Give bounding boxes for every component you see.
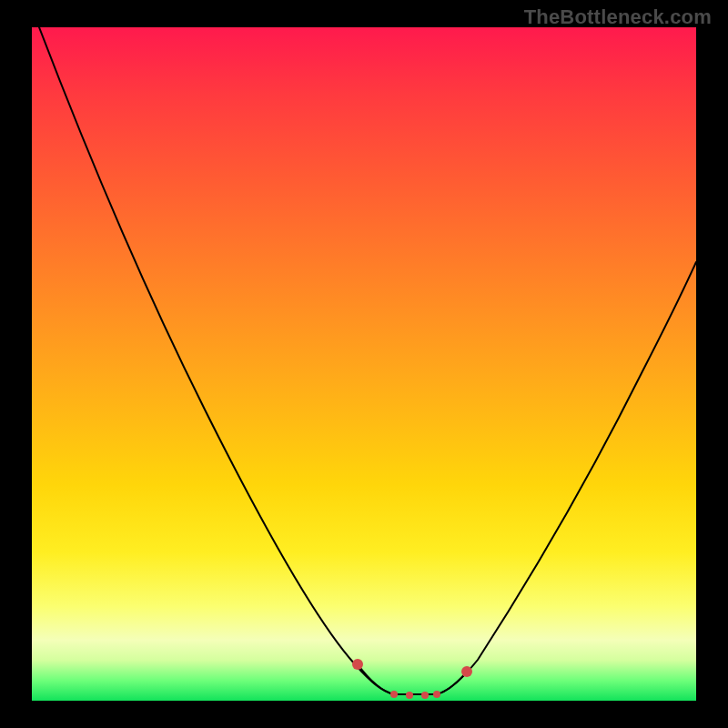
valley-marker-right [461, 666, 472, 677]
valley-marker-left [352, 659, 363, 670]
watermark-text: TheBottleneck.com [524, 5, 712, 29]
valley-highlight [358, 664, 467, 694]
bottleneck-curve [32, 27, 696, 701]
valley-marker-mid-3 [421, 692, 429, 699]
valley-marker-mid-1 [390, 691, 398, 698]
valley-marker-mid-2 [406, 692, 413, 699]
curve-path [39, 27, 696, 694]
chart-frame: TheBottleneck.com [0, 0, 728, 728]
valley-marker-mid-4 [433, 691, 440, 698]
plot-area [32, 27, 696, 701]
